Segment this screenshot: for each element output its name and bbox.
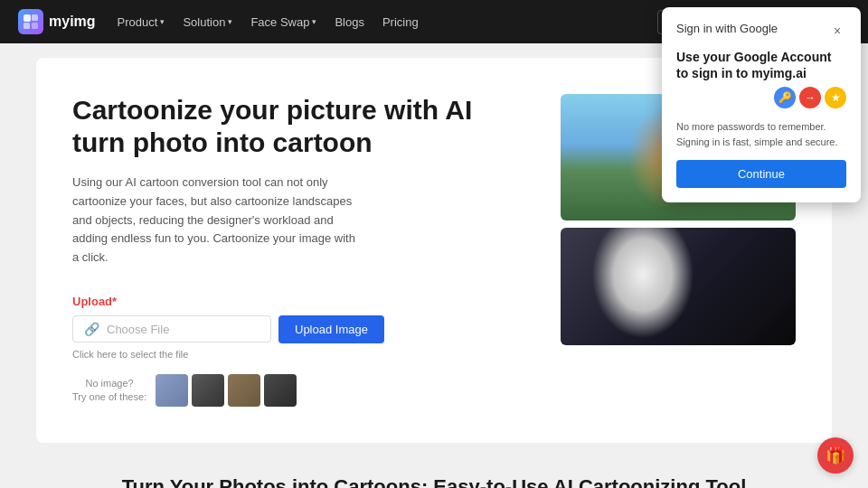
- chevron-down-icon: ▾: [160, 17, 165, 26]
- sample-thumb-1[interactable]: [156, 374, 188, 407]
- popup-close-button[interactable]: ×: [828, 22, 846, 40]
- nav-blogs[interactable]: Blogs: [335, 15, 364, 29]
- bottom-section: Turn Your Photos into Cartoons: Easy-to-…: [0, 457, 868, 488]
- sample-thumb-2[interactable]: [192, 374, 224, 407]
- logo[interactable]: myimg: [18, 9, 96, 34]
- upload-hint: Click here to select the file: [72, 349, 524, 360]
- svg-rect-1: [32, 14, 38, 21]
- nav-product[interactable]: Product ▾: [118, 15, 165, 29]
- chevron-down-icon: ▾: [312, 17, 316, 26]
- bottom-title: Turn Your Photos into Cartoons: Easy-to-…: [36, 475, 832, 488]
- hero-image-bottom: [561, 228, 796, 345]
- required-marker: *: [112, 295, 117, 308]
- popup-header: Sign in with Google ×: [676, 22, 846, 40]
- no-image-label: No image? Try one of these:: [72, 377, 146, 405]
- google-icon-arrow: →: [799, 87, 821, 108]
- upload-section: Upload* 🔗 Choose File Upload Image Click…: [72, 295, 524, 360]
- google-signin-popup: Sign in with Google × Use your Google Ac…: [662, 7, 861, 202]
- upload-button[interactable]: Upload Image: [278, 315, 384, 343]
- nav-pricing-label: Pricing: [382, 15, 419, 29]
- upload-label: Upload*: [72, 295, 524, 308]
- nav-pricing[interactable]: Pricing: [382, 15, 419, 29]
- nav-faceswap-label: Face Swap: [250, 15, 309, 29]
- sample-thumbnails: [156, 374, 297, 407]
- gift-icon: 🎁: [826, 446, 845, 465]
- nav-items: Product ▾ Solution ▾ Face Swap ▾ Blogs P…: [118, 15, 636, 29]
- link-icon: 🔗: [84, 322, 99, 336]
- nav-blogs-label: Blogs: [335, 15, 364, 29]
- chevron-down-icon: ▾: [228, 17, 232, 26]
- upload-row: 🔗 Choose File Upload Image: [72, 315, 524, 343]
- svg-rect-0: [24, 14, 31, 22]
- nav-solution[interactable]: Solution ▾: [183, 15, 232, 29]
- nav-solution-label: Solution: [183, 15, 225, 29]
- logo-icon: [18, 9, 43, 34]
- svg-rect-2: [24, 23, 30, 29]
- popup-subtitle: No more passwords to remember. Signing i…: [676, 119, 846, 149]
- google-icon-star: ★: [825, 87, 846, 108]
- google-logo-text: Sign in with Google: [676, 22, 778, 35]
- nav-faceswap[interactable]: Face Swap ▾: [250, 15, 316, 29]
- hero-description: Using our AI cartoon conversion tool can…: [72, 174, 362, 267]
- popup-heading: Use your Google Account to sign in to my…: [676, 49, 846, 81]
- hero-left: Cartoonize your picture with AI turn pho…: [72, 94, 524, 407]
- file-placeholder: Choose File: [107, 323, 169, 336]
- google-icon-key: 🔑: [774, 87, 796, 108]
- nav-product-label: Product: [118, 15, 158, 29]
- svg-rect-3: [32, 23, 38, 29]
- popup-icons-row: 🔑 → ★: [676, 87, 846, 108]
- sample-thumb-4[interactable]: [264, 374, 297, 407]
- sample-thumb-3[interactable]: [228, 374, 260, 407]
- sample-images-row: No image? Try one of these:: [72, 374, 524, 407]
- popup-continue-button[interactable]: Continue: [676, 160, 846, 188]
- gift-button[interactable]: 🎁: [817, 437, 854, 474]
- logo-text: myimg: [49, 14, 96, 30]
- hero-image-bottom-inner: [561, 228, 796, 345]
- file-input-area[interactable]: 🔗 Choose File: [72, 315, 271, 343]
- hero-title: Cartoonize your picture with AI turn pho…: [72, 94, 524, 159]
